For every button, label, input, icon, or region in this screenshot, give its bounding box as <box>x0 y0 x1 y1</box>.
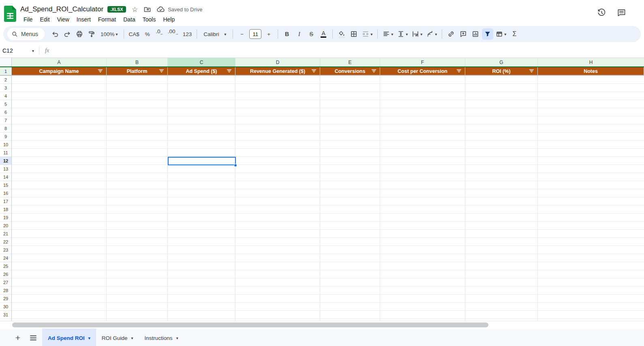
sheet-tab-roi-guide[interactable]: ROI Guide▾ <box>96 329 139 346</box>
grid-cell[interactable] <box>465 165 538 173</box>
grid-cell[interactable] <box>320 286 380 295</box>
grid-cell[interactable] <box>465 222 538 230</box>
grid-cell[interactable] <box>12 278 107 286</box>
grid-cell[interactable] <box>320 108 380 116</box>
row-header[interactable]: 24 <box>0 254 12 262</box>
row-header[interactable]: 6 <box>0 108 12 116</box>
chevron-down-icon[interactable]: ▾ <box>176 336 178 340</box>
grid-cell[interactable] <box>538 270 644 278</box>
grid-cell[interactable] <box>107 295 168 303</box>
move-folder-icon[interactable] <box>143 6 151 13</box>
grid-cell[interactable] <box>12 165 107 173</box>
grid-cell[interactable] <box>465 76 538 84</box>
grid-cell[interactable] <box>465 270 538 278</box>
grid-cell[interactable] <box>168 214 235 222</box>
grid-cell[interactable] <box>12 295 107 303</box>
sheet-tab-ad-spend-roi[interactable]: Ad Spend ROI▾ <box>42 329 96 346</box>
grid-cell[interactable] <box>465 230 538 238</box>
grid-cell[interactable] <box>380 278 465 286</box>
row-header[interactable]: 29 <box>0 295 12 303</box>
grid-cell[interactable] <box>168 157 235 165</box>
grid-cell[interactable] <box>465 141 538 149</box>
grid-cell[interactable] <box>12 149 107 157</box>
grid-cell[interactable] <box>380 286 465 295</box>
filter-icon[interactable] <box>311 68 317 74</box>
row-header[interactable]: 25 <box>0 262 12 270</box>
grid-cell[interactable] <box>380 92 465 100</box>
grid-cell[interactable] <box>235 197 320 205</box>
grid-cell[interactable] <box>168 278 235 286</box>
grid-cell[interactable] <box>538 189 644 197</box>
grid-cell[interactable] <box>538 181 644 189</box>
undo-button[interactable] <box>49 28 61 40</box>
grid-cell[interactable] <box>538 278 644 286</box>
select-all-corner[interactable] <box>0 58 12 66</box>
grid-cell[interactable] <box>235 303 320 311</box>
grid-cell[interactable] <box>465 84 538 92</box>
row-header[interactable]: 28 <box>0 286 12 295</box>
column-header-f[interactable]: F <box>380 58 465 66</box>
grid-cell[interactable] <box>107 165 168 173</box>
grid-cell[interactable] <box>168 108 235 116</box>
grid-cell[interactable] <box>320 254 380 262</box>
grid-cell[interactable] <box>235 214 320 222</box>
grid-cell[interactable] <box>168 303 235 311</box>
grid-cell[interactable] <box>168 84 235 92</box>
menu-insert[interactable]: Insert <box>73 15 94 23</box>
grid-cell[interactable] <box>12 132 107 141</box>
grid-cell[interactable] <box>12 238 107 246</box>
grid-cell[interactable] <box>107 157 168 165</box>
grid-cell[interactable] <box>380 108 465 116</box>
grid-cell[interactable] <box>107 149 168 157</box>
grid-cell[interactable] <box>235 286 320 295</box>
grid-cell[interactable] <box>107 84 168 92</box>
grid-cell[interactable] <box>320 116 380 124</box>
star-icon[interactable]: ☆ <box>132 6 138 13</box>
grid-cell[interactable] <box>168 238 235 246</box>
grid-cell[interactable] <box>380 270 465 278</box>
fill-color-button[interactable] <box>336 28 347 40</box>
grid-cell[interactable] <box>12 262 107 270</box>
grid-cell[interactable] <box>168 246 235 254</box>
row-header[interactable]: 17 <box>0 197 12 205</box>
grid-cell[interactable] <box>12 92 107 100</box>
grid-cell[interactable] <box>12 205 107 214</box>
grid-cell[interactable] <box>168 230 235 238</box>
row-header[interactable]: 9 <box>0 132 12 141</box>
row-header[interactable]: 11 <box>0 149 12 157</box>
grid-cell[interactable] <box>465 100 538 108</box>
grid-cell[interactable] <box>538 197 644 205</box>
grid-cell[interactable] <box>12 254 107 262</box>
row-header[interactable]: 1 <box>0 67 12 75</box>
version-history-icon[interactable] <box>597 8 606 17</box>
grid-cell[interactable] <box>320 295 380 303</box>
menu-help[interactable]: Help <box>160 15 178 23</box>
grid-cell[interactable] <box>12 311 107 319</box>
grid-cell[interactable] <box>538 100 644 108</box>
grid-cell[interactable] <box>320 246 380 254</box>
row-header[interactable]: 18 <box>0 205 12 214</box>
row-header[interactable]: 26 <box>0 270 12 278</box>
grid-cell[interactable] <box>465 295 538 303</box>
grid-cell[interactable] <box>320 173 380 181</box>
sheet-tab-instructions[interactable]: Instructions▾ <box>139 329 184 346</box>
grid-cell[interactable] <box>235 108 320 116</box>
grid-cell[interactable] <box>107 311 168 319</box>
increase-font-size-button[interactable]: + <box>263 28 274 40</box>
row-header[interactable]: 7 <box>0 116 12 124</box>
column-header-e[interactable]: E <box>320 58 380 66</box>
grid-cell[interactable] <box>380 214 465 222</box>
grid-cell[interactable] <box>320 76 380 84</box>
grid-cell[interactable] <box>12 76 107 84</box>
grid-cell[interactable] <box>168 254 235 262</box>
grid-cell[interactable] <box>12 246 107 254</box>
grid-cell[interactable] <box>107 246 168 254</box>
grid-cell[interactable] <box>168 311 235 319</box>
grid-cell[interactable] <box>380 100 465 108</box>
filter-icon[interactable] <box>456 68 462 74</box>
row-header[interactable]: 15 <box>0 181 12 189</box>
bold-button[interactable]: B <box>281 28 293 40</box>
grid-cell[interactable] <box>12 189 107 197</box>
filter-icon[interactable] <box>371 68 377 74</box>
grid-cell[interactable] <box>107 278 168 286</box>
